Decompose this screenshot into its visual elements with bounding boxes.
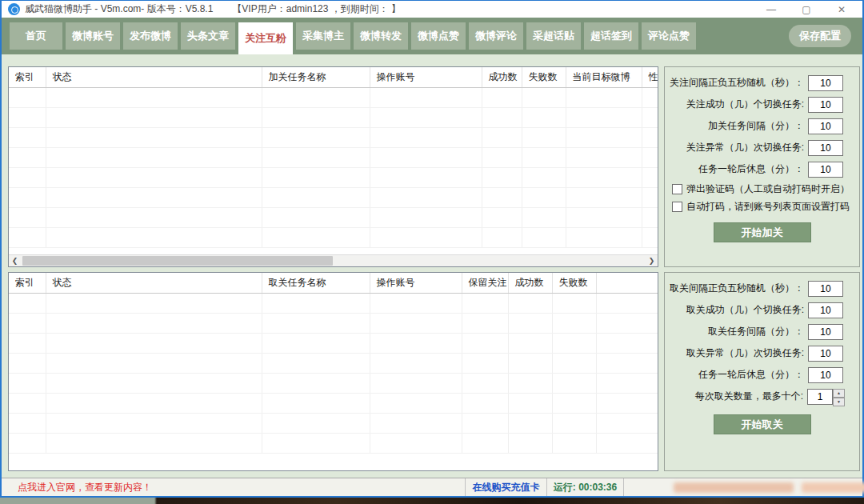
follow-abnormal-switch-input[interactable] (808, 140, 843, 156)
table-cell (482, 207, 522, 227)
captcha-popup-checkbox[interactable] (672, 184, 682, 194)
table-cell (370, 333, 462, 353)
tab-follow-mutual[interactable]: 关注互粉 (238, 22, 293, 54)
stepper-down-icon[interactable]: ▼ (833, 398, 845, 406)
tab-supertopic-checkin[interactable]: 超话签到 (584, 22, 638, 50)
col-header-success-count[interactable]: 成功数 (482, 67, 522, 87)
table-cell (9, 433, 46, 453)
table-cell (370, 147, 482, 167)
table-row (9, 187, 658, 207)
table-cell (642, 87, 658, 107)
runtime-label: 运行: (554, 481, 576, 494)
follow-interval-input[interactable] (808, 75, 843, 91)
follow-task-table: 索引 状态 加关任务名称 操作账号 成功数 失败数 当前目标微博 性别 ❮ ❯ (8, 66, 658, 267)
col-header-operating-account[interactable]: 操作账号 (370, 273, 462, 293)
table-cell (596, 373, 658, 393)
table-cell (596, 433, 658, 453)
col-header-gender[interactable]: 性别 (642, 67, 658, 87)
tab-weibo-repost[interactable]: 微博转发 (354, 22, 408, 50)
table-cell (46, 433, 262, 453)
table-cell (522, 127, 566, 147)
col-header-fail-count[interactable]: 失败数 (552, 273, 596, 293)
col-header-index[interactable]: 索引 (9, 273, 46, 293)
start-follow-button[interactable]: 开始加关 (714, 222, 811, 242)
follow-task-interval-input[interactable] (808, 118, 843, 134)
scrollbar-track[interactable] (21, 255, 646, 266)
tab-headline-articles[interactable]: 头条文章 (181, 22, 235, 50)
app-window: 威武猫微博助手 - V5m.com- 版本号：V5.8.1 【VIP用户：adm… (0, 0, 864, 498)
desktop-wallpaper-strip (0, 498, 864, 504)
col-header-unfollow-task-name[interactable]: 取关任务名称 (262, 273, 370, 293)
table-cell (482, 127, 522, 147)
tab-weibo-accounts[interactable]: 微博账号 (66, 22, 120, 50)
unfollow-task-table: 索引 状态 取关任务名称 操作账号 保留关注 成功数 失败数 (8, 272, 658, 471)
stepper-up-icon[interactable]: ▲ (833, 389, 845, 398)
table-cell (46, 87, 262, 107)
follow-rest-input[interactable] (808, 162, 843, 178)
unfollow-abnormal-switch-input[interactable] (808, 346, 843, 362)
tab-weibo-comment[interactable]: 微博评论 (469, 22, 523, 50)
col-header-success-count[interactable]: 成功数 (508, 273, 552, 293)
col-header-current-target-weibo[interactable]: 当前目标微博 (566, 67, 642, 87)
tab-collect-bloggers[interactable]: 采集博主 (296, 22, 350, 50)
table-cell (262, 187, 370, 207)
table-cell (46, 227, 262, 247)
col-header-follow-task-name[interactable]: 加关任务名称 (262, 67, 370, 87)
tab-home[interactable]: 首页 (10, 22, 62, 50)
unfollow-count-input[interactable] (807, 389, 833, 405)
follow-success-switch-input[interactable] (808, 97, 843, 113)
scroll-left-icon[interactable]: ❮ (9, 255, 21, 266)
buy-card-link[interactable]: 在线购买充值卡 (466, 478, 547, 496)
table-cell (46, 207, 262, 227)
unfollow-task-interval-input[interactable] (808, 324, 843, 340)
maximize-icon[interactable]: ▢ (789, 2, 824, 18)
col-header-index[interactable]: 索引 (9, 67, 46, 87)
col-header-fail-count[interactable]: 失败数 (522, 67, 566, 87)
unfollow-interval-row: 取关间隔正负五秒随机（秒）： (665, 278, 859, 299)
minimize-icon[interactable]: — (754, 2, 789, 18)
unfollow-success-switch-label: 取关成功（几）个切换任务: (686, 303, 804, 317)
scrollbar-thumb[interactable] (22, 256, 333, 266)
table-cell (9, 393, 46, 413)
table-cell (370, 207, 482, 227)
tab-comment-like[interactable]: 评论点赞 (642, 22, 696, 50)
close-icon[interactable]: ✕ (824, 2, 859, 18)
col-header-operating-account[interactable]: 操作账号 (370, 67, 482, 87)
table-cell (596, 293, 658, 313)
tab-publish-weibo[interactable]: 发布微博 (123, 22, 178, 50)
col-header-status[interactable]: 状态 (46, 67, 262, 87)
save-config-button[interactable]: 保存配置 (789, 25, 851, 47)
tab-collect-supertopic-posts[interactable]: 采超话贴 (526, 22, 581, 50)
table-cell (262, 87, 370, 107)
table-cell (46, 107, 262, 127)
unfollow-rest-input[interactable] (808, 367, 843, 383)
unfollow-success-switch-input[interactable] (808, 302, 843, 318)
unfollow-interval-input[interactable] (808, 281, 843, 297)
table-cell (642, 167, 658, 187)
horizontal-scrollbar[interactable]: ❮ ❯ (9, 254, 658, 266)
table-cell (262, 227, 370, 247)
window-controls: — ▢ ✕ (754, 2, 859, 18)
col-header-keep-following[interactable]: 保留关注 (462, 273, 508, 293)
table-cell (9, 127, 46, 147)
table-cell (46, 293, 262, 313)
tab-weibo-like[interactable]: 微博点赞 (411, 22, 466, 50)
official-site-link[interactable]: 点我进入官网，查看更新内容！ (2, 478, 466, 496)
table-row (9, 333, 658, 353)
start-unfollow-button[interactable]: 开始取关 (714, 414, 811, 434)
auto-captcha-checkbox[interactable] (672, 202, 682, 212)
table-cell (262, 167, 370, 187)
table-cell (508, 333, 552, 353)
app-logo-icon (8, 3, 20, 15)
table-row (9, 107, 658, 127)
table-cell (262, 393, 370, 413)
table-cell (9, 107, 46, 127)
scroll-right-icon[interactable]: ❯ (646, 255, 658, 266)
table-cell (482, 107, 522, 127)
table-cell (370, 393, 462, 413)
table-cell (552, 393, 596, 413)
table-cell (552, 333, 596, 353)
col-header-status[interactable]: 状态 (46, 273, 262, 293)
table-cell (262, 147, 370, 167)
table-cell (46, 313, 262, 333)
